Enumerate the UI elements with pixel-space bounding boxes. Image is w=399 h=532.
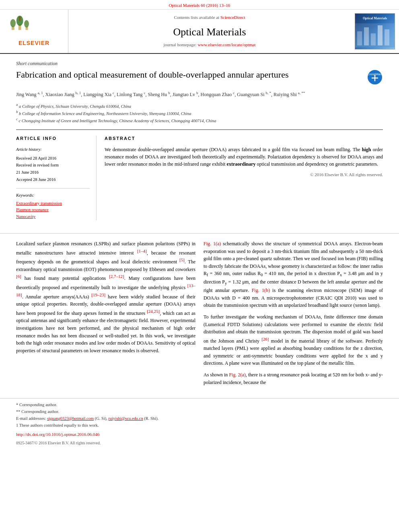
doi-link[interactable]: http://dx.doi.org/10.1016/j.optmat.2016.… — [16, 432, 99, 437]
elsevier-logo — [8, 16, 60, 38]
ref-5[interactable]: [5] — [179, 257, 185, 262]
journal-cover-area: Optical Materials — [351, 10, 399, 53]
cover-title-text: Optical Materials — [362, 15, 388, 21]
journal-ref-text: Optical Materials 60 (2016) 13–16 — [169, 3, 230, 8]
journal-header: ELSEVIER Contents lists available at Sci… — [0, 10, 399, 53]
revised-date: 21 June 2016 — [16, 169, 90, 176]
article-type: Short communication — [16, 60, 383, 67]
copyright-text: © 2016 Elsevier B.V. All rights reserved… — [105, 172, 383, 178]
svg-rect-9 — [357, 31, 362, 45]
section-divider — [0, 233, 399, 234]
email-note: E-mail addresses: siguang0323@hotmail.co… — [16, 415, 383, 422]
body-columns: Localized surface plasmon resonances (LS… — [0, 240, 399, 390]
journal-homepage: journal homepage: www.elsevier.com/locat… — [164, 42, 256, 48]
history-label: Article history: — [16, 146, 90, 153]
logo-graphic — [8, 16, 60, 31]
svg-point-5 — [24, 20, 29, 28]
ref-1-4[interactable]: [1–4] — [137, 249, 147, 253]
svg-point-6 — [19, 16, 21, 18]
abstract-title: ABSTRACT — [105, 136, 383, 142]
fig-1a-link[interactable]: Fig. 1(a) — [204, 241, 221, 246]
elsevier-tree-icon — [8, 16, 32, 31]
elsevier-logo-area: ELSEVIER — [0, 10, 68, 53]
info-abstract-columns: ARTICLE INFO Article history: Received 2… — [16, 129, 383, 220]
cover-chart-icon — [355, 23, 395, 45]
svg-rect-10 — [364, 27, 369, 45]
doi-line: http://dx.doi.org/10.1016/j.optmat.2016.… — [16, 431, 383, 438]
equal-contribution-note: 1 These authors contributed equally to t… — [16, 422, 383, 429]
journal-info-center: Contents lists available at ScienceDirec… — [68, 10, 351, 53]
accepted-date: Accepted 28 June 2016 — [16, 176, 90, 183]
keyword-1[interactable]: Extraordinary transmission — [16, 200, 90, 207]
keywords-label: Keywords: — [16, 193, 90, 199]
svg-point-1 — [10, 19, 16, 27]
cover-decorative — [355, 23, 395, 47]
svg-rect-13 — [385, 29, 389, 45]
homepage-url[interactable]: www.elsevier.com/locate/optmat — [197, 42, 255, 47]
ref-2-7-12[interactable]: [2,7–12] — [109, 274, 124, 279]
article-history: Article history: Received 28 April 2016 … — [16, 146, 90, 183]
corresponding-note-1: * Corresponding author. — [16, 402, 383, 409]
received-revised-label: Received in revised form — [16, 162, 90, 169]
body-left-column: Localized surface plasmon resonances (LS… — [16, 240, 195, 390]
authors-text: Jing Wang a, 1, Xiaoxiao Jiang b, 1, Lia… — [16, 92, 305, 97]
journal-title: Optical Materials — [173, 25, 246, 39]
authors-line: Jing Wang a, 1, Xiaoxiao Jiang b, 1, Lia… — [16, 90, 383, 99]
ref-6[interactable]: [6] — [16, 274, 21, 279]
svg-rect-7 — [19, 18, 20, 21]
keyword-2[interactable]: Plasmon resonance — [16, 207, 90, 214]
footer-area: * Corresponding author. ** Corresponding… — [0, 398, 399, 450]
article-content: Short communication Fabrication and opti… — [0, 54, 399, 227]
fig-1b-link[interactable]: Fig. 1(b) — [252, 288, 270, 293]
affiliation-a: a a College of Physics, Sichuan Universi… — [16, 102, 383, 109]
fig-2a-link[interactable]: Fig. 2(a) — [229, 372, 245, 378]
body-right-column: Fig. 1(a) schematically shows the struct… — [204, 240, 383, 390]
abstract-section: ABSTRACT We demonstrate double-overlappe… — [105, 136, 383, 220]
body-para-2: Fig. 1(a) schematically shows the struct… — [204, 240, 383, 309]
affiliation-c: c c Chongqing Institute of Green and Int… — [16, 117, 383, 124]
affiliations: a a College of Physics, Sichuan Universi… — [16, 102, 383, 124]
ref-19-23[interactable]: [19–23] — [91, 292, 105, 297]
keyword-3[interactable]: Nanocavity — [16, 214, 90, 220]
article-info-column: ARTICLE INFO Article history: Received 2… — [16, 136, 97, 220]
ref-26[interactable]: [26] — [261, 337, 269, 341]
crossmark-icon: CrossMark — [367, 69, 383, 85]
keywords-section: Keywords: Extraordinary transmission Pla… — [16, 193, 90, 220]
article-main-title-text: Fabrication and optical measurement of d… — [16, 69, 363, 81]
elsevier-brand-text: ELSEVIER — [19, 39, 49, 47]
article-title-area: Fabrication and optical measurement of d… — [16, 69, 383, 85]
affiliation-b: b b College of Information Science and E… — [16, 109, 383, 117]
sciencedirect-anchor[interactable]: ScienceDirect — [220, 15, 245, 20]
ref-24-25[interactable]: [24,25] — [147, 309, 160, 314]
body-para-3: To further investigate the working mecha… — [204, 313, 383, 367]
body-para-1: Localized surface plasmon resonances (LS… — [16, 240, 195, 354]
journal-reference: Optical Materials 60 (2016) 13–16 — [0, 0, 399, 10]
issn-text: 0925-3467/© 2016 Elsevier B.V. All right… — [16, 440, 383, 446]
article-info-title: ARTICLE INFO — [16, 136, 90, 142]
journal-cover-image: Optical Materials — [355, 13, 395, 49]
corresponding-note-2: ** Corresponding author. — [16, 409, 383, 415]
abstract-text: We demonstrate double-overlapped annular… — [105, 146, 383, 168]
sciencedirect-link: Contents lists available at ScienceDirec… — [174, 14, 245, 21]
svg-rect-11 — [371, 33, 376, 45]
email-link-1[interactable]: siguang0323@hotmail.com — [47, 416, 94, 421]
ref-13-18[interactable]: [13–18] — [16, 283, 195, 297]
body-para-4: As shown in Fig. 2(a), there is a strong… — [204, 371, 383, 386]
email-link-2[interactable]: ruiyishi@scu.edu.cn — [109, 416, 143, 421]
svg-rect-12 — [378, 25, 383, 45]
info-divider — [16, 188, 90, 189]
received-date: Received 28 April 2016 — [16, 155, 90, 162]
footer-notes: * Corresponding author. ** Corresponding… — [16, 402, 383, 446]
